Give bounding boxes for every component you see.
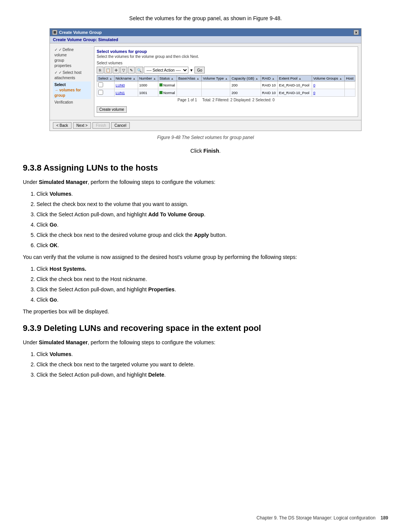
col-extent-pool: Extent Pool ▲	[278, 75, 312, 81]
cell-base-alias	[177, 89, 202, 97]
content-title: Select volumes for group	[97, 49, 355, 54]
cell-extent-pool: Ext_RAID-10_Pool	[278, 81, 312, 89]
cell-volume-type	[202, 81, 230, 89]
section-938-verify-steps: Click Host Systems. Click the check box …	[37, 265, 388, 304]
cell-number: 1000	[138, 81, 158, 89]
col-nickname: Nickname ▲	[114, 75, 138, 81]
create-volume-button[interactable]: Create volume	[97, 106, 127, 113]
table-row: LUN1 1001 Normal 200 RAID 10 Ext_RAID-10…	[97, 89, 355, 97]
nav-item-define[interactable]: ✓ Definevolumegroupproperties	[53, 46, 91, 69]
toolbar-copy-btn[interactable]: ⎘	[97, 67, 104, 73]
section-label: Select volumes	[97, 61, 355, 65]
cell-select[interactable]	[97, 89, 115, 97]
dialog-subtitle: Create Volume Group: Simulated	[50, 36, 361, 43]
content-subtitle: Select the volumes for the volume group …	[97, 54, 355, 59]
page-info: Page 1 of 1 Total: 2 Filtered: 2 Display…	[97, 97, 355, 103]
cell-status: Normal	[158, 81, 177, 89]
list-item: Click Volumes.	[37, 350, 388, 358]
list-item: Click the Select Action pull-down, and h…	[37, 371, 388, 379]
section-939: 9.3.9 Deleting LUNs and recovering space…	[23, 323, 388, 379]
finish-button[interactable]: Finish	[92, 122, 110, 129]
cell-base-alias	[177, 81, 202, 89]
col-select: Select ▲	[97, 75, 115, 81]
section-938-heading: 9.3.8 Assigning LUNs to the hosts	[23, 163, 388, 173]
table-header-row: Select ▲ Nickname ▲ Number ▲ Status ▲ Ba…	[97, 75, 355, 81]
nav-item-verification[interactable]: Verification	[53, 99, 91, 106]
cell-number: 1001	[138, 89, 158, 97]
list-item: Click Volumes.	[37, 190, 388, 198]
section-938-steps: Click Volumes. Select the check box next…	[37, 190, 388, 249]
list-item: Click the Select Action pull-down, and h…	[37, 211, 388, 219]
col-status: Status ▲	[158, 75, 177, 81]
toolbar-move-btn[interactable]: ✛	[113, 67, 119, 73]
close-button[interactable]: ×	[354, 30, 359, 35]
col-base-alias: Base/Alias ▲	[177, 75, 202, 81]
list-item: Click the check box next to the Host nic…	[37, 275, 388, 283]
nav-item-host[interactable]: ✓ Select hostattachments	[53, 69, 91, 81]
section-938-intro: Under Simulated Manager, perform the fol…	[23, 178, 388, 186]
dialog-body: ✓ Definevolumegroupproperties ✓ Select h…	[50, 43, 361, 120]
nav-item-select[interactable]: Select → volumes forgroup	[53, 81, 91, 99]
back-button[interactable]: < Back	[53, 122, 72, 129]
cell-capacity: 200	[230, 81, 261, 89]
cell-volume-type	[202, 89, 230, 97]
toolbar-filter-btn[interactable]: ▽	[120, 67, 127, 73]
cell-nickname[interactable]: LUN1	[114, 89, 138, 97]
figure-caption: Figure 9-48 The Select volumes for group…	[23, 135, 388, 140]
dialog-content: Select volumes for group Select the volu…	[94, 46, 358, 117]
toolbar-search-btn[interactable]: 🔍	[135, 67, 143, 73]
toolbar: ⎘ 📋 ✛ ▽ ✎ 🔍 ---- Select Action ---- ▼ Go	[97, 67, 355, 73]
list-item: Click Go.	[37, 221, 388, 229]
cancel-button[interactable]: Cancel	[111, 122, 130, 129]
next-button[interactable]: Next >	[73, 122, 91, 129]
cell-capacity: 200	[230, 89, 261, 97]
list-item: Select the check box next to the volume …	[37, 200, 388, 208]
col-capacity: Capacity (GB) ▲	[230, 75, 261, 81]
cell-select[interactable]	[97, 81, 115, 89]
col-volume-type: Volume Type ▲	[202, 75, 230, 81]
expand-icon[interactable]: ⊞	[52, 30, 57, 35]
section-939-steps: Click Volumes. Click the check box next …	[37, 350, 388, 379]
col-volume-groups: Volume Groups ▲	[312, 75, 345, 81]
toolbar-paste-btn[interactable]: 📋	[104, 67, 112, 73]
toolbar-edit-btn[interactable]: ✎	[128, 67, 135, 73]
cell-extent-pool: Ext_RAID-10_Pool	[278, 89, 312, 97]
list-item: Click the Select Action pull-down, and h…	[37, 286, 388, 294]
intro-text: Select the volumes for the group panel, …	[23, 15, 388, 21]
list-item: Click Host Systems.	[37, 265, 388, 273]
select-action-dropdown[interactable]: ---- Select Action ----	[144, 67, 188, 73]
cell-host	[345, 89, 355, 97]
col-number: Number ▲	[138, 75, 158, 81]
page-footer: Chapter 9. The DS Storage Manager: Logic…	[256, 515, 388, 521]
click-finish-instruction: Click Finish.	[23, 148, 388, 154]
table-row: LUN0 1000 Normal 200 RAID 10 Ext_RAID-10…	[97, 81, 355, 89]
section-939-heading: 9.3.9 Deleting LUNs and recovering space…	[23, 323, 388, 333]
dialog-nav: ✓ Definevolumegroupproperties ✓ Select h…	[53, 46, 91, 117]
dialog-footer: < Back Next > Finish Cancel	[50, 120, 361, 131]
list-item: Click the check box next to the desired …	[37, 231, 388, 239]
list-item: Click the check box next to the targeted…	[37, 361, 388, 369]
section-938-verify-text: You can verify that the volume is now as…	[23, 253, 388, 261]
cell-status: Normal	[158, 89, 177, 97]
section-938: 9.3.8 Assigning LUNs to the hosts Under …	[23, 163, 388, 316]
create-volume-group-dialog: ⊞ Create Volume Group × Create Volume Gr…	[49, 28, 362, 131]
cell-host	[345, 81, 355, 89]
cell-nickname[interactable]: LUN0	[114, 81, 138, 89]
col-raid: RAID ▲	[261, 75, 278, 81]
dialog-title: Create Volume Group	[59, 30, 102, 35]
section-938-properties-text: The properties box will be displayed.	[23, 308, 388, 316]
cell-raid: RAID 10	[261, 81, 278, 89]
go-button[interactable]: Go	[194, 67, 205, 73]
dialog-titlebar: ⊞ Create Volume Group ×	[50, 29, 361, 36]
cell-volume-groups: 0	[312, 81, 345, 89]
list-item: Click OK.	[37, 241, 388, 249]
list-item: Click Go.	[37, 296, 388, 304]
col-host: Host	[345, 75, 355, 81]
cell-volume-groups: 0	[312, 89, 345, 97]
volumes-table: Select ▲ Nickname ▲ Number ▲ Status ▲ Ba…	[97, 75, 355, 97]
dropdown-arrow-icon: ▼	[189, 68, 194, 72]
section-939-intro: Under Simulated Manager, perform the fol…	[23, 339, 388, 347]
cell-raid: RAID 10	[261, 89, 278, 97]
